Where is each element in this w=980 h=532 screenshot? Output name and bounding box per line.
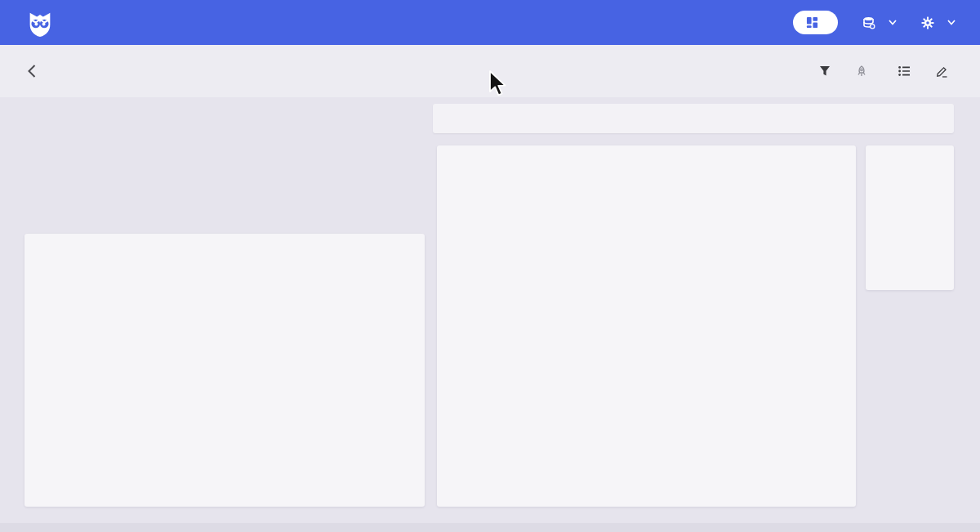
edit-button[interactable] (936, 65, 954, 78)
kpi-card-row (24, 104, 425, 224)
options-button[interactable] (898, 65, 916, 77)
pencil-edit-icon (936, 65, 948, 78)
gear-icon (921, 16, 934, 29)
back-button[interactable] (26, 64, 37, 78)
chevron-left-icon (26, 64, 37, 78)
filter-funnel-icon (819, 65, 831, 77)
legend-dot (639, 472, 648, 481)
nav-settings[interactable] (921, 16, 956, 29)
add-filter-button[interactable] (819, 65, 836, 77)
nav-dashboards-button[interactable] (793, 11, 838, 34)
metric-control-bar (433, 104, 954, 133)
chevron-down-icon (889, 20, 897, 25)
page-header (0, 45, 980, 97)
owl-logo-icon (24, 7, 56, 38)
chevron-down-icon (947, 20, 956, 25)
footer-strip (0, 523, 980, 532)
boost-toggle[interactable] (856, 65, 879, 78)
date-range-panel (866, 145, 954, 290)
navbar (0, 0, 980, 45)
bar-chart-panel (437, 145, 856, 507)
bar-chart-legend (437, 472, 856, 481)
pie-chart-panel (24, 234, 425, 507)
dashboards-grid-icon (806, 16, 818, 29)
rocket-icon (856, 65, 867, 78)
database-icon (862, 16, 875, 29)
pie-chart[interactable] (24, 234, 425, 428)
options-list-icon (898, 65, 911, 77)
nav-data-warehouse[interactable] (862, 16, 897, 29)
brand-logo (24, 7, 64, 38)
